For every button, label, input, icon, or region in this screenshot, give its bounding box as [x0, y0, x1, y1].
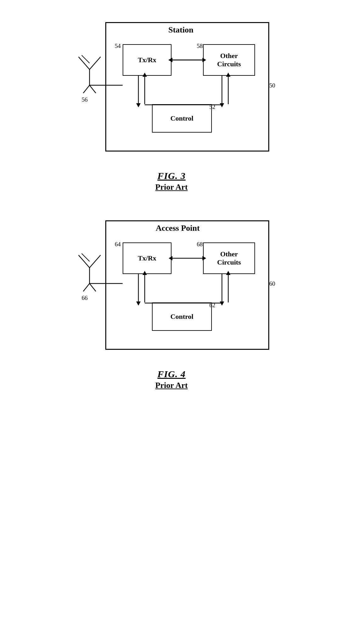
- fig4-outer-ref: 60: [269, 280, 275, 287]
- fig4-txrx-box: Tx/Rx: [123, 242, 172, 274]
- fig3-control-ref: 52: [209, 104, 215, 110]
- fig4-caption: FIG. 4 Prior Art: [155, 369, 188, 390]
- svg-line-6: [90, 85, 96, 93]
- fig3-subtitle: Prior Art: [155, 182, 188, 192]
- fig4-section: Access Point Tx/Rx Other Circuits Contro…: [0, 217, 343, 390]
- fig4-ap-title: Access Point: [156, 224, 200, 233]
- fig4-txrx-ref: 64: [115, 241, 121, 248]
- fig3-other-circuits-box: Other Circuits: [203, 44, 255, 76]
- fig3-txrx-box: Tx/Rx: [123, 44, 172, 76]
- fig3-control-box: Control: [152, 104, 212, 133]
- svg-line-28: [90, 283, 96, 291]
- svg-line-23: [78, 255, 90, 268]
- fig4-antenna-svg: [64, 249, 108, 299]
- fig4-number: FIG. 4: [155, 369, 188, 379]
- fig3-txrx-ref: 54: [115, 43, 121, 50]
- fig4-subtitle: Prior Art: [155, 381, 188, 390]
- fig3-number: FIG. 3: [155, 170, 188, 181]
- fig3-antenna-svg: [64, 51, 108, 101]
- fig3-other-ref: 58: [197, 43, 203, 50]
- fig4-other-ref: 68: [197, 241, 203, 248]
- fig3-section: Station Tx/Rx Other Circuits Control 54 …: [0, 19, 343, 192]
- svg-line-27: [83, 283, 90, 291]
- fig4-control-ref: 62: [209, 302, 215, 309]
- svg-line-1: [78, 57, 90, 69]
- fig3-diagram: Station Tx/Rx Other Circuits Control 54 …: [64, 19, 279, 161]
- fig3-caption: FIG. 3 Prior Art: [155, 170, 188, 192]
- page: Station Tx/Rx Other Circuits Control 54 …: [0, 0, 343, 644]
- fig3-outer-ref: 50: [269, 82, 275, 89]
- fig4-diagram: Access Point Tx/Rx Other Circuits Contro…: [64, 217, 279, 359]
- svg-line-2: [90, 57, 101, 69]
- fig4-control-box: Control: [152, 302, 212, 331]
- svg-line-5: [83, 85, 90, 93]
- fig4-other-circuits-box: Other Circuits: [203, 242, 255, 274]
- svg-line-24: [90, 255, 101, 268]
- fig3-station-title: Station: [168, 25, 193, 35]
